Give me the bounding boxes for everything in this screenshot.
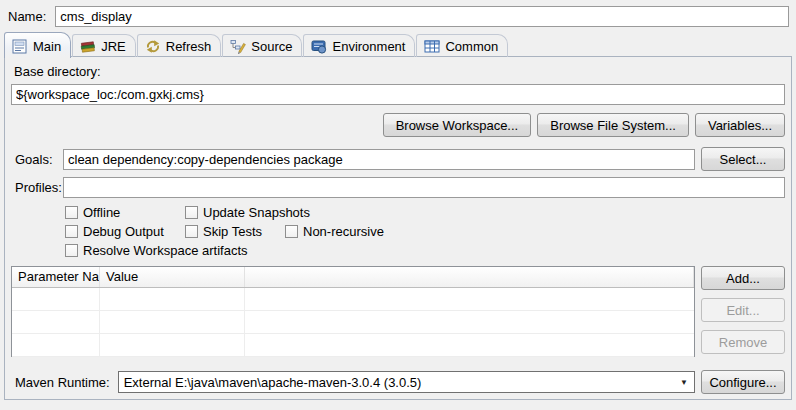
table-cell (245, 311, 694, 333)
checkbox-offline-label: Offline (83, 205, 120, 220)
tab-common[interactable]: Common (416, 34, 508, 57)
checkbox-box (65, 206, 78, 219)
profiles-label: Profiles: (11, 180, 63, 195)
maven-runtime-combo[interactable]: External E:\java\maven\apache-maven-3.0.… (118, 371, 695, 393)
browse-workspace-button[interactable]: Browse Workspace... (383, 113, 532, 137)
tab-main-label: Main (33, 39, 61, 54)
tab-jre-label: JRE (101, 39, 126, 54)
name-label: Name: (8, 9, 46, 24)
tab-refresh[interactable]: Refresh (137, 34, 222, 57)
table-row (12, 334, 694, 357)
tab-environment-label: Environment (332, 39, 405, 54)
edit-parameter-button: Edit... (701, 298, 785, 322)
profiles-row: Profiles: (11, 177, 785, 198)
options-checkboxes: Offline Update Snapshots Debug Output Sk… (65, 205, 785, 258)
checkbox-update-snapshots[interactable]: Update Snapshots (185, 205, 310, 220)
tab-common-label: Common (445, 39, 498, 54)
checkbox-row-3: Resolve Workspace artifacts (65, 243, 785, 258)
table-cell (100, 288, 245, 310)
tab-jre[interactable]: JRE (72, 34, 136, 57)
table-cell (12, 334, 100, 356)
tab-refresh-label: Refresh (166, 39, 212, 54)
variables-button[interactable]: Variables... (695, 113, 785, 137)
checkbox-box (65, 244, 78, 257)
column-header-value: Value (100, 267, 245, 287)
maven-runtime-value: External E:\java\maven\apache-maven-3.0.… (124, 375, 422, 390)
checkbox-update-snapshots-label: Update Snapshots (203, 205, 310, 220)
goals-label: Goals: (11, 152, 63, 167)
table-cell (12, 288, 100, 310)
select-goals-button[interactable]: Select... (701, 147, 785, 171)
goals-row: Goals: Select... (11, 147, 785, 171)
tab-environment[interactable]: Environment (303, 34, 415, 57)
name-input[interactable] (55, 6, 789, 27)
table-cell (12, 311, 100, 333)
checkbox-offline[interactable]: Offline (65, 205, 185, 220)
main-document-icon (12, 39, 28, 54)
checkbox-resolve-workspace-artifacts-label: Resolve Workspace artifacts (83, 243, 248, 258)
tab-main[interactable]: Main (4, 32, 71, 58)
table-cell (100, 334, 245, 356)
maven-runtime-row: Maven Runtime: External E:\java\maven\ap… (11, 370, 785, 394)
profiles-input[interactable] (63, 177, 785, 198)
checkbox-non-recursive-label: Non-recursive (303, 224, 384, 239)
table-cell (245, 334, 694, 356)
table-row (12, 311, 694, 334)
parameters-table-header: Parameter Name Value (12, 267, 694, 288)
browse-buttons-row: Browse Workspace... Browse File System..… (11, 113, 785, 137)
checkbox-resolve-workspace-artifacts[interactable]: Resolve Workspace artifacts (65, 243, 248, 258)
maven-run-configuration-panel: Name: Main (0, 0, 796, 410)
tab-source[interactable]: Source (222, 34, 302, 57)
environment-icon (311, 39, 327, 54)
configure-runtime-button[interactable]: Configure... (701, 370, 785, 394)
checkbox-non-recursive[interactable]: Non-recursive (285, 224, 384, 239)
checkbox-debug-output-label: Debug Output (83, 224, 164, 239)
maven-runtime-label: Maven Runtime: (11, 375, 110, 390)
table-cell (100, 311, 245, 333)
tab-bar: Main JRE (4, 32, 796, 57)
jre-books-icon (80, 39, 96, 54)
common-table-icon (424, 39, 440, 54)
parameters-section: Parameter Name Value (11, 266, 785, 362)
checkbox-box (65, 225, 78, 238)
base-directory-label: Base directory: (14, 64, 785, 79)
checkbox-skip-tests-label: Skip Tests (203, 224, 262, 239)
checkbox-row-2: Debug Output Skip Tests Non-recursive (65, 224, 785, 239)
goals-input[interactable] (63, 149, 695, 170)
checkbox-debug-output[interactable]: Debug Output (65, 224, 185, 239)
tab-source-label: Source (251, 39, 292, 54)
main-tab-content: Base directory: Browse Workspace... Brow… (4, 56, 792, 400)
column-header-parameter-name: Parameter Name (12, 267, 100, 287)
base-directory-input[interactable] (11, 84, 785, 105)
chevron-down-icon: ▼ (680, 378, 688, 387)
browse-file-system-button[interactable]: Browse File System... (537, 113, 689, 137)
checkbox-box (185, 225, 198, 238)
source-edit-icon (230, 39, 246, 54)
remove-parameter-button: Remove (701, 330, 785, 354)
parameter-buttons: Add... Edit... Remove (701, 266, 785, 362)
add-parameter-button[interactable]: Add... (701, 266, 785, 290)
refresh-arrows-icon (145, 39, 161, 54)
checkbox-box (185, 206, 198, 219)
checkbox-box (285, 225, 298, 238)
parameters-table[interactable]: Parameter Name Value (11, 266, 695, 357)
table-row (12, 288, 694, 311)
checkbox-skip-tests[interactable]: Skip Tests (185, 224, 285, 239)
column-header-blank (245, 267, 694, 287)
checkbox-row-1: Offline Update Snapshots (65, 205, 785, 220)
name-row: Name: (0, 0, 796, 27)
table-cell (245, 288, 694, 310)
